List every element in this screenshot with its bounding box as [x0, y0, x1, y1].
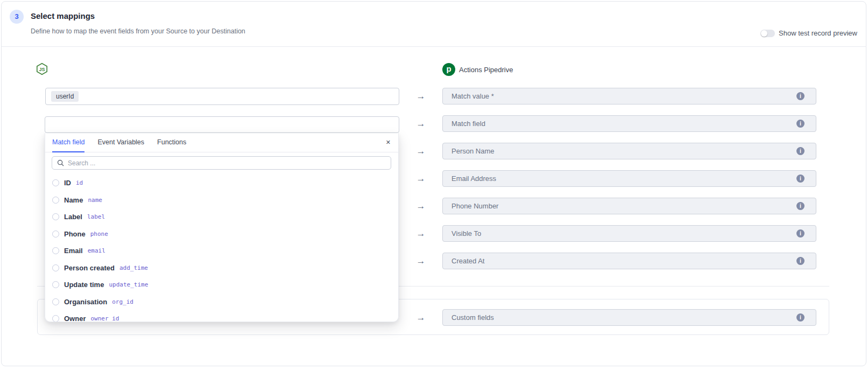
- destination-title: Actions Pipedrive: [459, 66, 513, 74]
- tab-functions[interactable]: Functions: [157, 133, 186, 152]
- radio-icon[interactable]: [52, 247, 59, 254]
- select-mappings-page: 3 Select mappings Define how to map the …: [0, 0, 868, 370]
- tab-match-field[interactable]: Match field: [52, 133, 84, 152]
- info-icon[interactable]: i: [796, 174, 805, 183]
- page-subtitle: Define how to map the event fields from …: [31, 27, 245, 35]
- field-option-organisation[interactable]: Organisation org_id: [45, 293, 398, 310]
- option-label: Name: [64, 196, 83, 204]
- field-option-person-created[interactable]: Person created add_time: [45, 259, 398, 276]
- pipedrive-icon: p: [442, 63, 455, 76]
- option-code: name: [88, 197, 102, 204]
- arrow-right-icon: →: [414, 198, 427, 214]
- field-picker-dropdown: Match field Event Variables Functions ✕ …: [45, 133, 399, 322]
- radio-icon[interactable]: [52, 231, 59, 238]
- option-label: Phone: [64, 230, 86, 238]
- dest-field-label: Match value *: [451, 88, 494, 104]
- toggle-knob-icon: [761, 30, 767, 37]
- show-test-record-preview-toggle[interactable]: [760, 30, 775, 37]
- tab-event-variables[interactable]: Event Variables: [97, 133, 144, 152]
- info-icon[interactable]: i: [796, 313, 805, 322]
- svg-text:JS: JS: [39, 67, 45, 72]
- field-option-owner[interactable]: Owner owner_id: [45, 310, 398, 322]
- dest-field-custom-fields[interactable]: Custom fields i: [442, 309, 816, 326]
- arrow-right-icon: →: [414, 115, 427, 132]
- close-icon[interactable]: ✕: [386, 133, 391, 152]
- dest-field-match-value[interactable]: Match value * i: [442, 88, 816, 104]
- field-chip[interactable]: userId: [51, 91, 79, 102]
- option-code: email: [88, 247, 105, 254]
- field-option-name[interactable]: Name name: [45, 191, 398, 208]
- option-code: owner_id: [90, 315, 119, 322]
- dest-field-match-field[interactable]: Match field i: [442, 115, 816, 132]
- dest-field-email-address[interactable]: Email Address i: [442, 170, 816, 187]
- radio-icon[interactable]: [52, 298, 59, 305]
- option-code: add_time: [119, 264, 148, 271]
- option-label: Organisation: [64, 298, 107, 306]
- dest-field-label: Custom fields: [451, 310, 494, 325]
- option-label: Label: [64, 213, 82, 221]
- option-code: label: [87, 213, 105, 220]
- field-option-email[interactable]: Email email: [45, 242, 398, 259]
- dropdown-tabs: Match field Event Variables Functions ✕: [45, 133, 398, 152]
- dest-field-label: Match field: [451, 116, 485, 131]
- field-option-update-time[interactable]: Update time update_time: [45, 276, 398, 293]
- option-label: ID: [64, 179, 71, 187]
- step-number-badge: 3: [10, 10, 24, 24]
- info-icon[interactable]: i: [796, 202, 805, 210]
- dest-field-phone-number[interactable]: Phone Number i: [442, 198, 816, 214]
- dest-field-visible-to[interactable]: Visible To i: [442, 225, 816, 242]
- dest-field-label: Visible To: [451, 226, 481, 241]
- option-label: Owner: [64, 315, 86, 323]
- header-divider: [2, 46, 866, 47]
- arrow-right-icon: →: [414, 225, 427, 242]
- radio-icon[interactable]: [52, 315, 59, 322]
- dest-field-label: Email Address: [451, 171, 496, 186]
- radio-icon[interactable]: [52, 281, 59, 288]
- info-icon[interactable]: i: [796, 92, 805, 100]
- source-field-input-userid[interactable]: userId: [45, 88, 399, 105]
- dest-field-label: Phone Number: [451, 198, 498, 214]
- arrow-right-icon: →: [414, 143, 427, 159]
- search-box[interactable]: [52, 156, 391, 170]
- info-icon[interactable]: i: [796, 120, 805, 128]
- radio-icon[interactable]: [52, 213, 59, 220]
- option-code: id: [76, 179, 83, 186]
- dest-field-created-at[interactable]: Created At i: [442, 253, 816, 269]
- info-icon[interactable]: i: [796, 229, 805, 238]
- option-code: phone: [90, 231, 108, 238]
- arrow-right-icon: →: [414, 309, 427, 326]
- page-title: Select mappings: [31, 11, 95, 20]
- toggle-label: Show test record preview: [779, 30, 857, 37]
- option-code: org_id: [112, 298, 133, 305]
- dest-field-label: Person Name: [451, 143, 494, 159]
- arrow-right-icon: →: [414, 253, 427, 269]
- source-field-input-empty[interactable]: [45, 116, 399, 133]
- field-option-label[interactable]: Label label: [45, 208, 398, 225]
- field-option-phone[interactable]: Phone phone: [45, 225, 398, 242]
- search-input[interactable]: [68, 159, 369, 167]
- arrow-right-icon: →: [414, 170, 427, 187]
- search-icon: [57, 159, 64, 166]
- info-icon[interactable]: i: [796, 147, 805, 155]
- option-label: Email: [64, 247, 83, 255]
- option-label: Person created: [64, 264, 115, 272]
- radio-icon[interactable]: [52, 264, 59, 271]
- dest-field-label: Created At: [451, 253, 484, 269]
- arrow-right-icon: →: [414, 88, 427, 104]
- dest-field-person-name[interactable]: Person Name i: [442, 143, 816, 159]
- option-code: update_time: [109, 281, 148, 288]
- radio-icon[interactable]: [52, 197, 59, 204]
- field-option-id[interactable]: ID id: [45, 174, 398, 191]
- info-icon[interactable]: i: [796, 257, 805, 265]
- radio-icon[interactable]: [52, 179, 59, 186]
- option-label: Update time: [64, 281, 104, 289]
- nodejs-icon: JS: [36, 62, 48, 75]
